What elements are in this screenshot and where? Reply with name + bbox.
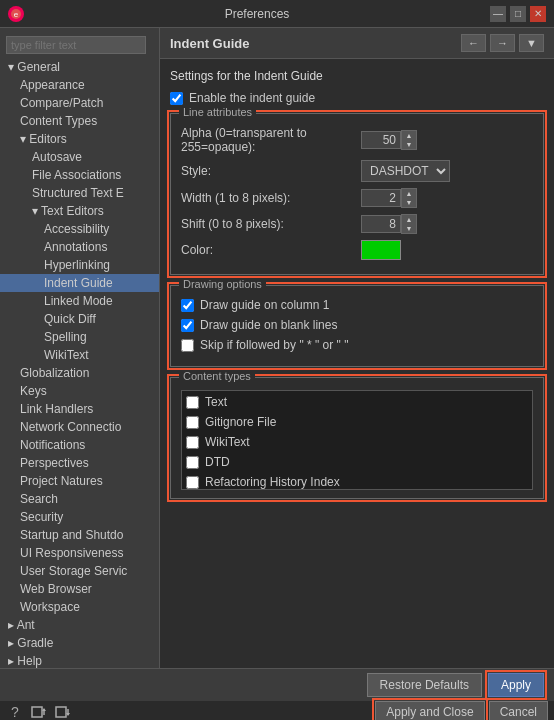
tree-item[interactable]: Content Types xyxy=(0,112,159,130)
import-icon[interactable] xyxy=(54,703,72,720)
width-down-button[interactable]: ▼ xyxy=(402,198,416,207)
shift-down-button[interactable]: ▼ xyxy=(402,224,416,233)
apply-close-button[interactable]: Apply and Close xyxy=(375,701,484,720)
content-type-row: WikiText xyxy=(186,435,528,449)
svg-rect-5 xyxy=(56,707,66,717)
tree-item[interactable]: ▾ Editors xyxy=(0,130,159,148)
help-icon[interactable]: ? xyxy=(6,703,24,720)
tree-item[interactable]: Accessibility xyxy=(0,220,159,238)
enable-indent-checkbox[interactable] xyxy=(170,92,183,105)
tree-item[interactable]: Perspectives xyxy=(0,454,159,472)
content-type-checkbox[interactable] xyxy=(186,396,199,409)
alpha-up-button[interactable]: ▲ xyxy=(402,131,416,140)
tree-item[interactable]: Annotations xyxy=(0,238,159,256)
alpha-label: Alpha (0=transparent to 255=opaque): xyxy=(181,126,361,154)
tree-item[interactable]: Startup and Shutdo xyxy=(0,526,159,544)
tree-item[interactable]: File Associations xyxy=(0,166,159,184)
alpha-input[interactable]: 50 xyxy=(361,131,401,149)
svg-text:e: e xyxy=(14,10,19,19)
content-type-row: Refactoring History Index xyxy=(186,475,528,489)
close-button[interactable]: ✕ xyxy=(530,6,546,22)
content-type-label[interactable]: WikiText xyxy=(205,435,250,449)
export-icon[interactable] xyxy=(30,703,48,720)
content-type-checkbox[interactable] xyxy=(186,436,199,449)
nav-back-button[interactable]: ← xyxy=(461,34,486,52)
tree-item[interactable]: ▸ Ant xyxy=(0,616,159,634)
cancel-button[interactable]: Cancel xyxy=(489,701,548,720)
search-input[interactable] xyxy=(6,36,146,54)
tree-item[interactable]: Web Browser xyxy=(0,580,159,598)
width-control: 2 ▲ ▼ xyxy=(361,188,417,208)
content-type-label[interactable]: Refactoring History Index xyxy=(205,475,340,489)
apply-button[interactable]: Apply xyxy=(488,673,544,697)
shift-input[interactable]: 8 xyxy=(361,215,401,233)
tree-item[interactable]: User Storage Servic xyxy=(0,562,159,580)
minimize-button[interactable]: — xyxy=(490,6,506,22)
color-control xyxy=(361,240,401,260)
tree-item[interactable]: ▸ Gradle xyxy=(0,634,159,652)
search-box[interactable] xyxy=(6,36,146,54)
restore-defaults-button[interactable]: Restore Defaults xyxy=(367,673,482,697)
panel-title: Indent Guide xyxy=(170,36,249,51)
draw-blank-checkbox[interactable] xyxy=(181,319,194,332)
tree-item[interactable]: Globalization xyxy=(0,364,159,382)
nav-fwd-button[interactable]: → xyxy=(490,34,515,52)
style-select[interactable]: DASHDOT SOLID DASHED DOTTED xyxy=(361,160,450,182)
draw-blank-label[interactable]: Draw guide on blank lines xyxy=(200,318,337,332)
tree-item[interactable]: Hyperlinking xyxy=(0,256,159,274)
content-type-row: Gitignore File xyxy=(186,415,528,429)
tree-item[interactable]: Linked Mode xyxy=(0,292,159,310)
tree-item[interactable]: Notifications xyxy=(0,436,159,454)
draw-col1-row: Draw guide on column 1 xyxy=(181,298,533,312)
draw-col1-checkbox[interactable] xyxy=(181,299,194,312)
content-type-label[interactable]: Gitignore File xyxy=(205,415,276,429)
width-spinner[interactable]: 2 ▲ ▼ xyxy=(361,188,417,208)
width-input[interactable]: 2 xyxy=(361,189,401,207)
tree-item[interactable]: Autosave xyxy=(0,148,159,166)
shift-spinner[interactable]: 8 ▲ ▼ xyxy=(361,214,417,234)
enable-indent-label[interactable]: Enable the indent guide xyxy=(189,91,315,105)
shift-up-button[interactable]: ▲ xyxy=(402,215,416,224)
shift-control: 8 ▲ ▼ xyxy=(361,214,417,234)
enable-indent-row: Enable the indent guide xyxy=(170,91,544,105)
tree-item[interactable]: Network Connectio xyxy=(0,418,159,436)
draw-col1-label[interactable]: Draw guide on column 1 xyxy=(200,298,329,312)
tree-item[interactable]: Quick Diff xyxy=(0,310,159,328)
tree-item[interactable]: Indent Guide xyxy=(0,274,159,292)
alpha-down-button[interactable]: ▼ xyxy=(402,140,416,149)
content-type-checkbox[interactable] xyxy=(186,416,199,429)
skip-checkbox[interactable] xyxy=(181,339,194,352)
tree-item[interactable]: ▸ Help xyxy=(0,652,159,668)
tree-item[interactable]: Search xyxy=(0,490,159,508)
content-type-checkbox[interactable] xyxy=(186,476,199,489)
color-swatch[interactable] xyxy=(361,240,401,260)
nav-dropdown-button[interactable]: ▼ xyxy=(519,34,544,52)
shift-label: Shift (0 to 8 pixels): xyxy=(181,217,361,231)
alpha-spinner[interactable]: 50 ▲ ▼ xyxy=(361,130,417,150)
tree-item[interactable]: Spelling xyxy=(0,328,159,346)
content-type-label[interactable]: Text xyxy=(205,395,227,409)
tree-item[interactable]: ▾ Text Editors xyxy=(0,202,159,220)
tree-item[interactable]: Structured Text E xyxy=(0,184,159,202)
skip-label[interactable]: Skip if followed by " * " or " " xyxy=(200,338,348,352)
style-label: Style: xyxy=(181,164,361,178)
tree-item[interactable]: Compare/Patch xyxy=(0,94,159,112)
tree-item[interactable]: UI Responsiveness xyxy=(0,544,159,562)
tree-item[interactable]: Appearance xyxy=(0,76,159,94)
content-type-label[interactable]: DTD xyxy=(205,455,230,469)
alpha-control: 50 ▲ ▼ xyxy=(361,130,417,150)
tree-item[interactable]: Project Natures xyxy=(0,472,159,490)
tree-item[interactable]: WikiText xyxy=(0,346,159,364)
right-panel: Indent Guide ← → ▼ Settings for the Inde… xyxy=(160,28,554,668)
app-icon: e xyxy=(8,6,24,22)
width-up-button[interactable]: ▲ xyxy=(402,189,416,198)
bottom-bar: Restore Defaults Apply ? Apply an xyxy=(0,668,554,720)
content-type-checkbox[interactable] xyxy=(186,456,199,469)
tree-item[interactable]: Keys xyxy=(0,382,159,400)
tree-item[interactable]: Security xyxy=(0,508,159,526)
tree-item[interactable]: ▾ General xyxy=(0,58,159,76)
tree-item[interactable]: Link Handlers xyxy=(0,400,159,418)
tree-item[interactable]: Workspace xyxy=(0,598,159,616)
maximize-button[interactable]: □ xyxy=(510,6,526,22)
content-types-list: TextGitignore FileWikiTextDTDRefactoring… xyxy=(181,390,533,490)
